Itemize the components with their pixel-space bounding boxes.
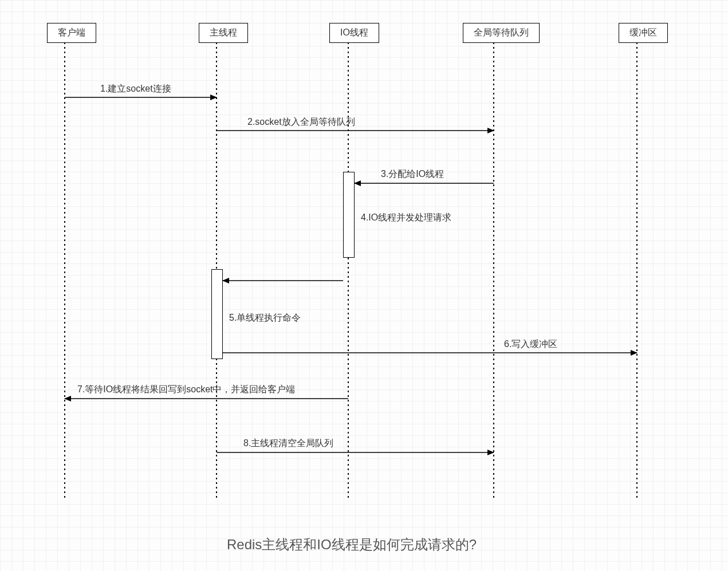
label-m6: 6.写入缓冲区 [504, 338, 557, 351]
participant-global-queue: 全局等待队列 [463, 23, 540, 43]
label-m1: 1.建立socket连接 [100, 83, 171, 95]
participant-buffer: 缓冲区 [619, 23, 668, 43]
label-m8: 8.主线程清空全局队列 [243, 438, 333, 450]
participant-main-thread: 主线程 [199, 23, 248, 43]
participant-io-thread: IO线程 [329, 23, 379, 43]
label-m5: 5.单线程执行命令 [229, 312, 301, 324]
diagram-caption: Redis主线程和IO线程是如何完成请求的? [227, 535, 477, 554]
activation-io-thread [343, 172, 355, 258]
activation-main-thread [211, 269, 223, 359]
participant-client: 客户端 [47, 23, 96, 43]
label-m7: 7.等待IO线程将结果回写到socket中，并返回给客户端 [77, 384, 295, 396]
label-m2: 2.socket放入全局等待队列 [247, 116, 355, 128]
label-m3: 3.分配给IO线程 [381, 168, 444, 180]
label-m4: 4.IO线程并发处理请求 [361, 212, 451, 224]
